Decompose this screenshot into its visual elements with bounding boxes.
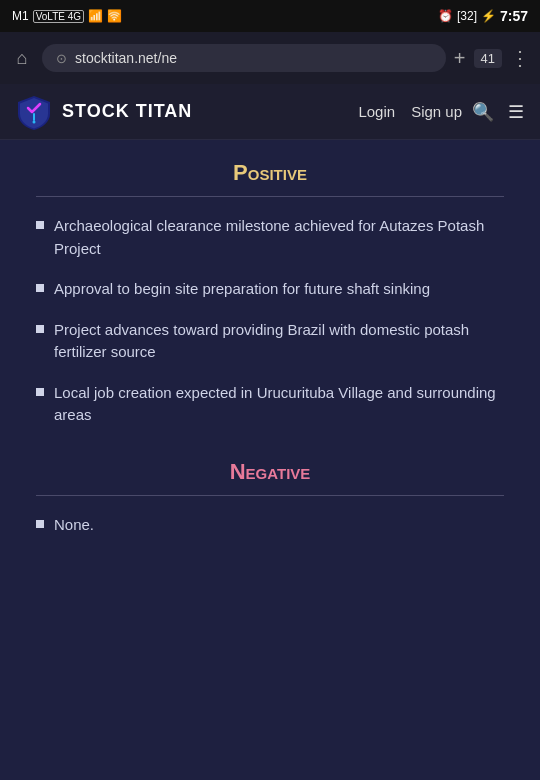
positive-divider (36, 196, 504, 197)
menu-icon[interactable]: ☰ (508, 101, 524, 123)
negative-section: Negative None. (36, 459, 504, 537)
alarm-icon: ⏰ (438, 9, 453, 23)
main-content: Positive Archaeological clearance milest… (0, 140, 540, 780)
status-left: M1 VoLTE 4G 📶 🛜 (12, 9, 122, 23)
tab-count-badge[interactable]: 41 (474, 49, 502, 68)
time-label: 7:57 (500, 8, 528, 24)
search-icon[interactable]: 🔍 (472, 101, 494, 123)
positive-bullet-list: Archaeological clearance milestone achie… (36, 215, 504, 427)
negative-divider (36, 495, 504, 496)
negative-bullet-list: None. (36, 514, 504, 537)
logo-text: STOCK TITAN (62, 101, 192, 122)
signup-link[interactable]: Sign up (411, 103, 462, 120)
svg-point-0 (33, 120, 36, 123)
list-item: None. (36, 514, 504, 537)
address-bar[interactable]: ⊙ stocktitan.net/ne (42, 44, 446, 72)
nav-icons: 🔍 ☰ (472, 101, 524, 123)
wifi-icon: 🛜 (107, 9, 122, 23)
browser-bar: ⌂ ⊙ stocktitan.net/ne + 41 ⋮ (0, 32, 540, 84)
site-info-icon: ⊙ (56, 51, 67, 66)
carrier-label: M1 (12, 9, 29, 23)
nav-bar: STOCK TITAN Login Sign up 🔍 ☰ (0, 84, 540, 140)
list-item: Local job creation expected in Urucuritu… (36, 382, 504, 427)
negative-title: Negative (36, 459, 504, 485)
charge-icon: ⚡ (481, 9, 496, 23)
status-bar: M1 VoLTE 4G 📶 🛜 ⏰ [32] ⚡ 7:57 (0, 0, 540, 32)
new-tab-icon[interactable]: + (454, 47, 466, 70)
bullet-icon (36, 520, 44, 528)
list-item-text: Project advances toward providing Brazil… (54, 319, 504, 364)
home-icon[interactable]: ⌂ (10, 48, 34, 69)
positive-section: Positive Archaeological clearance milest… (36, 160, 504, 427)
bullet-icon (36, 325, 44, 333)
status-right: ⏰ [32] ⚡ 7:57 (438, 8, 528, 24)
list-item: Approval to begin site preparation for f… (36, 278, 504, 301)
list-item: Archaeological clearance milestone achie… (36, 215, 504, 260)
bullet-icon (36, 284, 44, 292)
network-type-label: VoLTE 4G (33, 10, 84, 23)
positive-title: Positive (36, 160, 504, 186)
list-item-text: Approval to begin site preparation for f… (54, 278, 430, 301)
nav-links: Login Sign up (358, 103, 462, 120)
login-link[interactable]: Login (358, 103, 395, 120)
url-text: stocktitan.net/ne (75, 50, 177, 66)
list-item: Project advances toward providing Brazil… (36, 319, 504, 364)
logo-container: STOCK TITAN (16, 94, 358, 130)
bullet-icon (36, 388, 44, 396)
signal-icon: 📶 (88, 9, 103, 23)
more-menu-icon[interactable]: ⋮ (510, 46, 530, 70)
list-item-text: Local job creation expected in Urucuritu… (54, 382, 504, 427)
bullet-icon (36, 221, 44, 229)
list-item-text: None. (54, 514, 94, 537)
logo-icon (16, 94, 52, 130)
list-item-text: Archaeological clearance milestone achie… (54, 215, 504, 260)
battery-level: [32] (457, 9, 477, 23)
